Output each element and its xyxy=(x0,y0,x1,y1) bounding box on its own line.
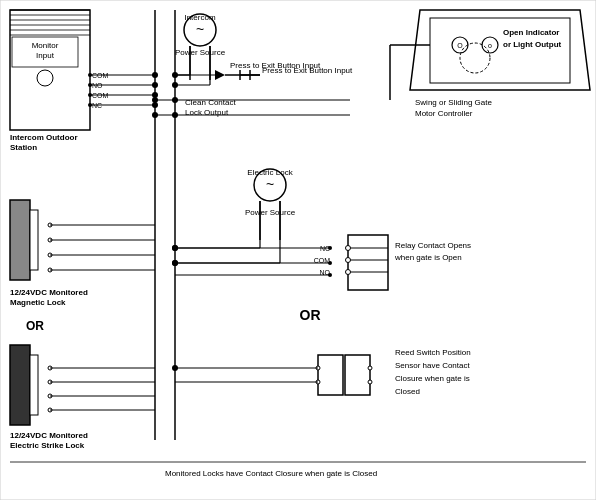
magnetic-lock-label2: Magnetic Lock xyxy=(10,298,66,307)
clean-contact-label2: Lock Output xyxy=(185,108,229,117)
intercom-power-wave: ~ xyxy=(196,21,204,37)
svg-point-90 xyxy=(172,82,178,88)
intercom-power-label2: Power Source xyxy=(175,48,226,57)
relay-opens-label2: when gate is Open xyxy=(394,253,462,262)
bottom-note: Monitored Locks have Contact Closure whe… xyxy=(165,469,377,478)
electric-strike-label: 12/24VDC Monitored xyxy=(10,431,88,440)
motor-terminal-o2-label: o xyxy=(488,42,492,49)
electric-lock-wave: ~ xyxy=(266,176,274,192)
electric-lock-label: Electric Lock xyxy=(247,168,293,177)
svg-point-31 xyxy=(152,97,158,103)
svg-point-32 xyxy=(152,112,158,118)
svg-point-99 xyxy=(172,245,178,251)
svg-rect-68 xyxy=(30,355,38,415)
monitor-input-label2: Input xyxy=(36,51,55,60)
electric-lock-label2: Power Source xyxy=(245,208,296,217)
svg-rect-48 xyxy=(318,355,343,395)
svg-point-42 xyxy=(346,270,351,275)
svg-point-96 xyxy=(172,112,178,118)
electric-strike-label2: Electric Strike Lock xyxy=(10,441,85,450)
open-indicator-label2: or Light Output xyxy=(503,40,562,49)
or-label-top: OR xyxy=(300,307,321,323)
svg-point-102 xyxy=(172,260,178,266)
open-indicator-label: Open Indicator xyxy=(503,28,559,37)
svg-point-103 xyxy=(328,246,332,250)
svg-point-53 xyxy=(368,380,372,384)
swing-gate-label2: Motor Controller xyxy=(415,109,473,118)
svg-rect-58 xyxy=(30,210,38,270)
reed-switch-label4: Closed xyxy=(395,387,420,396)
svg-point-104 xyxy=(328,261,332,265)
intercom-power-label: Intercom xyxy=(184,13,215,22)
svg-rect-1 xyxy=(10,10,90,130)
svg-point-41 xyxy=(346,258,351,263)
wiring-diagram: Monitor Input COM NO COM NC Intercom Out… xyxy=(0,0,596,500)
swing-gate-label: Swing or Sliding Gate xyxy=(415,98,492,107)
svg-rect-67 xyxy=(10,345,30,425)
svg-rect-36 xyxy=(348,235,388,290)
motor-terminal-o-label: O xyxy=(457,42,463,49)
reed-switch-label3: Closure when gate is xyxy=(395,374,470,383)
svg-rect-57 xyxy=(10,200,30,280)
press-exit-label: Press to Exit Button Input xyxy=(262,66,353,75)
svg-point-9 xyxy=(37,70,53,86)
svg-point-95 xyxy=(172,97,178,103)
monitor-input-label: Monitor xyxy=(32,41,59,50)
reed-switch-label2: Sensor have Contact xyxy=(395,361,470,370)
clean-contact-label: Clean Contact xyxy=(185,98,236,107)
svg-rect-49 xyxy=(345,355,370,395)
intercom-outdoor-station-label: Intercom Outdoor xyxy=(10,133,78,142)
svg-point-52 xyxy=(368,366,372,370)
intercom-outdoor-station-label2: Station xyxy=(10,143,37,152)
svg-point-105 xyxy=(328,273,332,277)
svg-point-56 xyxy=(172,365,178,371)
reed-switch-label: Reed Switch Position xyxy=(395,348,471,357)
svg-point-40 xyxy=(346,246,351,251)
svg-point-25 xyxy=(152,72,158,78)
relay-opens-label: Relay Contact Opens xyxy=(395,241,471,250)
svg-point-26 xyxy=(152,82,158,88)
or-label-left: OR xyxy=(26,319,44,333)
magnetic-lock-label: 12/24VDC Monitored xyxy=(10,288,88,297)
